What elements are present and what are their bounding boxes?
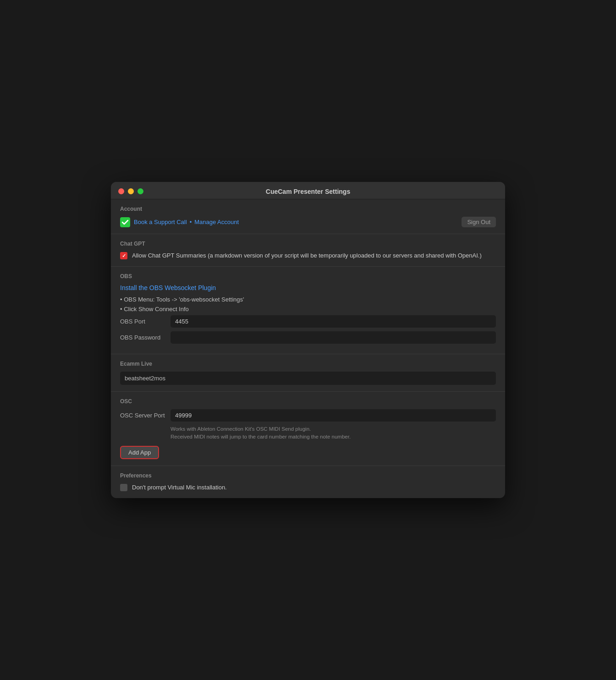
obs-port-input[interactable] — [170, 315, 496, 328]
chatgpt-section: Chat GPT Allow Chat GPT Summaries (a mar… — [111, 234, 505, 267]
obs-section-label: OBS — [120, 273, 496, 280]
chatgpt-section-label: Chat GPT — [120, 241, 496, 247]
ecamm-section-label: Ecamm Live — [120, 361, 496, 367]
obs-password-row: OBS Password — [120, 331, 496, 344]
settings-window: CueCam Presenter Settings Account Book a… — [111, 182, 505, 498]
virtual-mic-checkbox[interactable] — [120, 484, 127, 491]
chatgpt-checkbox-row: Allow Chat GPT Summaries (a markdown ver… — [120, 252, 496, 260]
osc-section-label: OSC — [120, 398, 496, 405]
osc-help-line1: Works with Ableton Connection Kit's OSC … — [170, 426, 311, 432]
obs-port-row: OBS Port — [120, 315, 496, 328]
traffic-lights — [118, 188, 143, 194]
ecamm-section: Ecamm Live beatsheet2mos — [111, 354, 505, 392]
book-support-link[interactable]: Book a Support Call — [134, 219, 187, 225]
close-button[interactable] — [118, 188, 124, 194]
virtual-mic-row: Don't prompt Virtual Mic installation. — [120, 483, 496, 492]
osc-port-input[interactable] — [170, 409, 496, 422]
add-app-button[interactable]: Add App — [120, 446, 159, 459]
svg-rect-0 — [120, 217, 130, 227]
settings-content: Account Book a Support Call • Manage Acc… — [111, 199, 505, 498]
osc-port-row: OSC Server Port — [120, 409, 496, 422]
manage-account-link[interactable]: Manage Account — [194, 219, 239, 225]
preferences-section-label: Preferences — [120, 472, 496, 479]
account-section: Account Book a Support Call • Manage Acc… — [111, 199, 505, 234]
ecamm-value: beatsheet2mos — [120, 372, 496, 385]
obs-port-label: OBS Port — [120, 318, 170, 325]
chatgpt-checkbox-label: Allow Chat GPT Summaries (a markdown ver… — [132, 252, 482, 260]
obs-password-label: OBS Password — [120, 334, 170, 341]
obs-install-link[interactable]: Install the OBS Websocket Plugin — [120, 284, 496, 291]
osc-port-label: OSC Server Port — [120, 412, 170, 419]
obs-password-input[interactable] — [170, 331, 496, 344]
minimize-button[interactable] — [128, 188, 134, 194]
title-bar: CueCam Presenter Settings — [111, 182, 505, 199]
zoom-button[interactable] — [138, 188, 143, 194]
account-row: Book a Support Call • Manage Account Sig… — [120, 217, 496, 227]
virtual-mic-label: Don't prompt Virtual Mic installation. — [132, 483, 227, 492]
account-icon — [120, 217, 130, 227]
obs-instruction-2: • Click Show Connect Info — [120, 306, 496, 313]
sign-out-button[interactable]: Sign Out — [462, 217, 496, 227]
osc-section: OSC OSC Server Port Works with Ableton C… — [111, 392, 505, 466]
chatgpt-checkbox[interactable] — [120, 252, 127, 259]
osc-help-line2: Received MIDI notes will jump to the car… — [170, 434, 351, 439]
obs-instruction-1: • OBS Menu: Tools -> 'obs-websocket Sett… — [120, 296, 496, 303]
account-links: Book a Support Call • Manage Account — [134, 219, 454, 225]
separator: • — [190, 219, 192, 225]
account-section-label: Account — [120, 206, 496, 212]
window-title: CueCam Presenter Settings — [266, 188, 350, 195]
osc-help-text: Works with Ableton Connection Kit's OSC … — [170, 425, 496, 440]
obs-section: OBS Install the OBS Websocket Plugin • O… — [111, 267, 505, 354]
preferences-section: Preferences Don't prompt Virtual Mic ins… — [111, 466, 505, 498]
